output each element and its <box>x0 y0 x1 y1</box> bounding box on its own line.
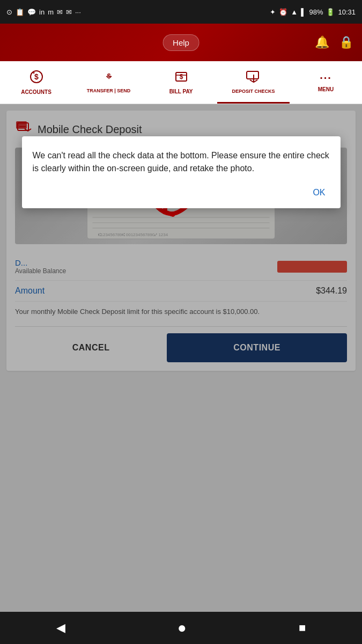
tab-depositchecks-label: DEPOSIT CHECKS <box>232 89 275 94</box>
billpay-icon: $ <box>174 70 188 86</box>
mail-icon: ✉ <box>57 8 63 16</box>
time-display: 10:31 <box>338 8 356 16</box>
tab-billpay-label: BILL PAY <box>169 89 193 95</box>
help-button[interactable]: Help <box>162 34 200 51</box>
tab-menu-label: MENU <box>318 86 334 93</box>
tab-accounts[interactable]: $ + ACCOUNTS <box>0 61 72 104</box>
status-right-icons: ✦ ⏰ ▲ ▌ 98% 🔋 10:31 <box>270 8 356 16</box>
menu-icon: ··· <box>320 72 332 84</box>
header-icon-group: 🔔 🔒 <box>315 35 353 49</box>
accounts-icon: $ + <box>29 70 43 87</box>
linkedin-icon: in <box>39 8 45 16</box>
transfer-icon: ↔ $ <box>101 71 117 86</box>
dialog: We can't read all the check data at the … <box>22 136 341 208</box>
tab-transfer-label: TRANSFER | SEND <box>87 88 131 94</box>
tab-accounts-label: ACCOUNTS <box>21 89 51 96</box>
tab-transfer[interactable]: ↔ $ TRANSFER | SEND <box>72 61 145 104</box>
dialog-ok-button[interactable]: OK <box>308 186 329 200</box>
svg-text:$: $ <box>179 73 183 80</box>
messenger-icon: 💬 <box>27 8 36 16</box>
signal-icon: ▌ <box>301 8 306 16</box>
wifi-icon: ▲ <box>291 8 298 16</box>
status-left-icons: ⊙ 📋 💬 in m ✉ ✉ ··· <box>6 8 81 16</box>
back-button[interactable]: ◀ <box>46 617 76 639</box>
main-content: Mobile Check Deposit CHECKING ACCOUNT Ac… <box>0 104 362 612</box>
tab-billpay[interactable]: $ BILL PAY <box>145 61 217 104</box>
mail2-icon: ✉ <box>66 8 72 16</box>
battery-icon: 🔋 <box>326 8 335 16</box>
app-header: Help 🔔 🔒 <box>0 24 362 61</box>
svg-rect-8 <box>247 71 258 79</box>
tab-depositchecks[interactable]: DEPOSIT CHECKS <box>217 61 290 104</box>
battery-percent: 98% <box>309 8 323 16</box>
status-bar: ⊙ 📋 💬 in m ✉ ✉ ··· ✦ ⏰ ▲ ▌ 98% 🔋 10:31 <box>0 0 362 24</box>
bottom-nav: ◀ ● ■ <box>0 612 362 644</box>
tab-menu[interactable]: ··· MENU <box>290 61 362 104</box>
bell-icon[interactable]: 🔔 <box>315 35 329 49</box>
svg-text:+: + <box>32 70 35 76</box>
notes-icon: 📋 <box>16 8 24 16</box>
alarm-icon: ⏰ <box>279 8 287 16</box>
notification-icon: ⊙ <box>6 8 12 16</box>
home-button[interactable]: ● <box>167 615 197 641</box>
depositchecks-icon <box>246 70 262 86</box>
recent-button[interactable]: ■ <box>288 617 316 639</box>
lock-icon[interactable]: 🔒 <box>339 35 353 49</box>
bluetooth-icon: ✦ <box>270 8 276 16</box>
nav-tabs: $ + ACCOUNTS ↔ $ TRANSFER | SEND $ BILL … <box>0 61 362 104</box>
svg-text:$: $ <box>107 72 110 80</box>
dialog-overlay: We can't read all the check data at the … <box>0 104 362 612</box>
dialog-actions: OK <box>33 186 330 200</box>
more-icon: ··· <box>75 8 81 16</box>
medium-icon: m <box>48 8 54 16</box>
dialog-message: We can't read all the check data at the … <box>33 149 330 175</box>
